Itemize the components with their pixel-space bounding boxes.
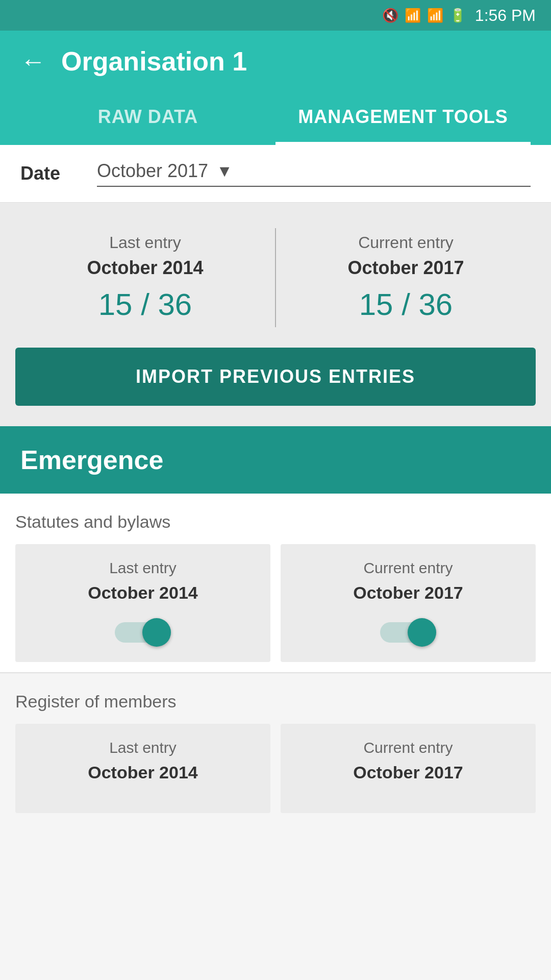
register-last-entry-label: Last entry: [26, 739, 260, 756]
wifi-icon: 📶: [405, 8, 421, 23]
statutes-current-entry-toggle-wrap: [291, 618, 525, 647]
tab-management-tools[interactable]: MANAGEMENT TOOLS: [276, 92, 531, 145]
battery-icon: 🔋: [449, 8, 466, 23]
register-members-cards: Last entry October 2014 Current entry Oc…: [15, 724, 536, 813]
tab-raw-data[interactable]: RAW DATA: [20, 92, 276, 145]
register-current-entry-card: Current entry October 2017: [281, 724, 536, 813]
app-title: Organisation 1: [61, 46, 247, 77]
tab-bar: RAW DATA MANAGEMENT TOOLS: [20, 92, 531, 145]
import-button-wrap: IMPORT PREVIOUS ENTRIES: [0, 348, 551, 426]
import-previous-entries-button[interactable]: IMPORT PREVIOUS ENTRIES: [15, 348, 536, 406]
statutes-last-entry-card: Last entry October 2014: [15, 544, 270, 662]
toggle-thumb: [142, 618, 171, 647]
statutes-current-entry-label: Current entry: [291, 559, 525, 577]
date-row: Date October 2017 ▼: [0, 145, 551, 203]
toggle-thumb: [408, 618, 436, 647]
statutes-bylaws-cards: Last entry October 2014 Current entry Oc…: [15, 544, 536, 662]
register-last-entry-card: Last entry October 2014: [15, 724, 270, 813]
statutes-current-entry-card: Current entry October 2017: [281, 544, 536, 662]
emergence-title: Emergence: [20, 445, 163, 475]
date-label: Date: [20, 163, 82, 184]
date-selector[interactable]: October 2017 ▼: [97, 160, 531, 187]
register-members-label: Register of members: [15, 692, 536, 712]
statutes-current-entry-toggle[interactable]: [380, 618, 436, 647]
summary-section: Last entry October 2014 15 / 36 Current …: [0, 203, 551, 348]
status-time: 1:56 PM: [475, 6, 536, 25]
statutes-bylaws-subsection: Statutes and bylaws Last entry October 2…: [0, 494, 551, 672]
register-current-entry-date: October 2017: [291, 763, 525, 782]
register-current-entry-label: Current entry: [291, 739, 525, 756]
current-entry-label: Current entry: [291, 233, 520, 252]
statutes-current-entry-date: October 2017: [291, 583, 525, 603]
last-entry-date: October 2014: [31, 257, 260, 279]
current-entry-col: Current entry October 2017 15 / 36: [276, 223, 536, 332]
statutes-last-entry-toggle-wrap: [26, 618, 260, 647]
status-icons: 🔇 📶 📶 🔋: [382, 8, 466, 23]
last-entry-col: Last entry October 2014 15 / 36: [15, 223, 275, 332]
app-header: ← Organisation 1 RAW DATA MANAGEMENT TOO…: [0, 31, 551, 145]
register-last-entry-date: October 2014: [26, 763, 260, 782]
register-members-subsection: Register of members Last entry October 2…: [0, 673, 551, 823]
status-bar: 🔇 📶 📶 🔋 1:56 PM: [0, 0, 551, 31]
header-top: ← Organisation 1: [20, 46, 531, 92]
last-entry-label: Last entry: [31, 233, 260, 252]
signal-icon: 📶: [427, 8, 443, 23]
mute-icon: 🔇: [382, 8, 398, 23]
current-entry-date: October 2017: [291, 257, 520, 279]
statutes-last-entry-date: October 2014: [26, 583, 260, 603]
summary-row: Last entry October 2014 15 / 36 Current …: [15, 223, 536, 332]
back-button[interactable]: ←: [20, 48, 46, 74]
statutes-bylaws-label: Statutes and bylaws: [15, 512, 536, 532]
statutes-last-entry-label: Last entry: [26, 559, 260, 577]
last-entry-ratio: 15 / 36: [31, 287, 260, 322]
statutes-last-entry-toggle[interactable]: [115, 618, 171, 647]
current-entry-ratio: 15 / 36: [291, 287, 520, 322]
chevron-down-icon: ▼: [216, 162, 233, 181]
date-value: October 2017: [97, 160, 208, 182]
emergence-section-header: Emergence: [0, 426, 551, 494]
